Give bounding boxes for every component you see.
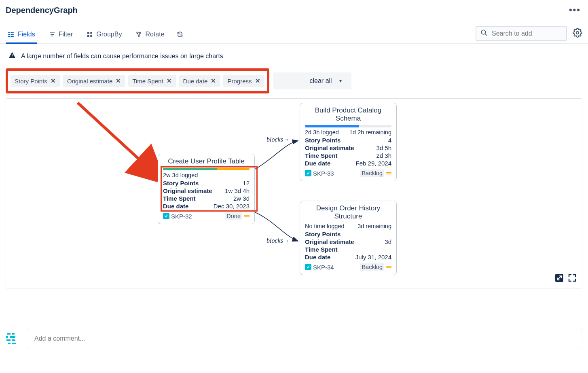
field-label: Due date xyxy=(163,203,188,210)
svg-rect-6 xyxy=(50,32,55,33)
tab-rotate[interactable]: Rotate xyxy=(134,27,166,43)
svg-rect-10 xyxy=(91,32,93,34)
tab-label: GroupBy xyxy=(96,31,122,38)
field-label: Original estimate xyxy=(305,238,354,245)
search-icon xyxy=(480,29,488,38)
card-title: Create User Profile Table xyxy=(163,157,250,165)
svg-rect-12 xyxy=(91,35,93,37)
field-value: July 31, 2024 xyxy=(355,254,391,261)
svg-rect-9 xyxy=(87,32,89,34)
refresh-button[interactable] xyxy=(177,27,185,42)
selected-fields-highlight: Story Points✕ Original estimate✕ Time Sp… xyxy=(6,68,269,93)
field-chip-due-date[interactable]: Due date✕ xyxy=(179,75,220,87)
issue-type-icon: ✓ xyxy=(305,170,311,176)
edge-label-blocks-1: blocks→ xyxy=(267,136,290,143)
field-chip-story-points[interactable]: Story Points✕ xyxy=(11,75,60,87)
time-logged: No time logged xyxy=(305,223,345,229)
issue-card-skp-32[interactable]: Create User Profile Table 2w 3d logged S… xyxy=(158,154,255,224)
priority-icon xyxy=(386,266,391,268)
card-title: Design Order History Structure xyxy=(305,204,391,220)
chip-label: Due date xyxy=(183,78,208,85)
field-label: Story Points xyxy=(305,231,341,237)
svg-rect-3 xyxy=(11,34,14,35)
chevron-down-icon: ▾ xyxy=(339,78,342,84)
refresh-icon xyxy=(177,31,183,38)
status-badge[interactable]: Backlog xyxy=(360,263,391,271)
svg-point-17 xyxy=(576,32,579,34)
search-input[interactable] xyxy=(492,30,562,37)
field-label: Time Spent xyxy=(305,152,338,159)
tab-fields[interactable]: Fields xyxy=(6,27,37,43)
clear-all-label: clear all xyxy=(310,77,332,85)
remove-chip-icon[interactable]: ✕ xyxy=(255,77,260,85)
user-avatar[interactable] xyxy=(6,332,19,345)
issue-key-link[interactable]: ✓SKP-32 xyxy=(163,213,192,220)
svg-rect-29 xyxy=(12,343,16,344)
svg-rect-27 xyxy=(12,339,15,341)
warning-icon xyxy=(8,51,16,61)
warning-text: A large number of fields can cause perfo… xyxy=(21,53,223,60)
issue-key-text: SKP-34 xyxy=(313,264,334,271)
field-label: Story Points xyxy=(163,180,199,186)
chip-label: Story Points xyxy=(15,78,47,85)
svg-rect-8 xyxy=(51,36,53,36)
remove-chip-icon[interactable]: ✕ xyxy=(167,77,172,85)
tab-label: Filter xyxy=(59,31,73,38)
remove-chip-icon[interactable]: ✕ xyxy=(211,77,216,85)
comment-input[interactable] xyxy=(27,329,582,348)
time-logged: 2d 3h logged xyxy=(305,129,339,136)
issue-card-skp-33[interactable]: Build Product Catalog Schema 2d 3h logge… xyxy=(300,103,397,181)
search-add-field[interactable] xyxy=(476,26,567,41)
status-badge[interactable]: Backlog xyxy=(360,170,391,177)
issue-key-text: SKP-33 xyxy=(313,170,334,177)
tab-filter[interactable]: Filter xyxy=(47,27,75,43)
field-value: Dec 30, 2023 xyxy=(214,203,250,210)
issue-key-link[interactable]: ✓SKP-33 xyxy=(305,170,334,177)
svg-rect-2 xyxy=(8,34,10,35)
issue-key-link[interactable]: ✓SKP-34 xyxy=(305,264,334,271)
field-value: Feb 29, 2024 xyxy=(356,160,391,167)
tab-label: Fields xyxy=(18,31,35,38)
chip-label: Time Spent xyxy=(132,78,163,85)
field-value: 4 xyxy=(388,137,391,144)
field-label: Story Points xyxy=(305,137,341,144)
svg-rect-7 xyxy=(51,34,54,35)
field-label: Due date xyxy=(305,254,330,261)
issue-card-skp-34[interactable]: Design Order History Structure No time l… xyxy=(300,201,397,275)
time-logged: 2w 3d logged xyxy=(163,172,198,178)
field-chip-time-spent[interactable]: Time Spent✕ xyxy=(128,75,176,87)
status-text: Backlog xyxy=(360,170,384,177)
edge-label-blocks-2: blocks→ xyxy=(267,237,290,244)
dependency-canvas[interactable]: blocks→ blocks→ Create User Profile Tabl… xyxy=(6,98,582,288)
field-value: 12 xyxy=(243,180,250,186)
filter-icon xyxy=(49,31,55,38)
issue-type-icon: ✓ xyxy=(163,213,169,219)
settings-button[interactable] xyxy=(573,28,582,39)
field-label: Due date xyxy=(305,160,330,167)
issue-key-text: SKP-32 xyxy=(171,213,192,220)
tab-groupby[interactable]: GroupBy xyxy=(85,27,123,43)
field-chip-progress[interactable]: Progress✕ xyxy=(223,75,264,87)
svg-rect-1 xyxy=(11,32,14,33)
svg-rect-23 xyxy=(12,333,15,335)
view-tabs: Fields Filter GroupBy Rotate xyxy=(0,26,588,44)
clear-all-button[interactable]: clear all ▾ xyxy=(273,72,351,89)
remove-chip-icon[interactable]: ✕ xyxy=(116,77,121,85)
groupby-icon xyxy=(87,31,93,38)
field-chip-original-estimate[interactable]: Original estimate✕ xyxy=(63,75,125,87)
field-value: 3d 5h xyxy=(376,144,391,151)
performance-warning: A large number of fields can cause perfo… xyxy=(0,44,588,64)
svg-rect-24 xyxy=(6,336,8,338)
annotation-arrow xyxy=(76,101,165,182)
remove-chip-icon[interactable]: ✕ xyxy=(51,77,56,85)
expand-button[interactable] xyxy=(554,273,564,284)
svg-rect-19 xyxy=(12,57,13,57)
status-badge[interactable]: Done xyxy=(225,212,250,220)
fullscreen-button[interactable] xyxy=(567,273,577,284)
more-menu-button[interactable]: ••• xyxy=(567,3,582,17)
svg-rect-4 xyxy=(8,36,10,36)
time-remaining: 3d remaining xyxy=(357,223,391,229)
svg-rect-25 xyxy=(10,336,15,338)
svg-rect-5 xyxy=(11,36,14,36)
status-text: Done xyxy=(225,212,242,220)
